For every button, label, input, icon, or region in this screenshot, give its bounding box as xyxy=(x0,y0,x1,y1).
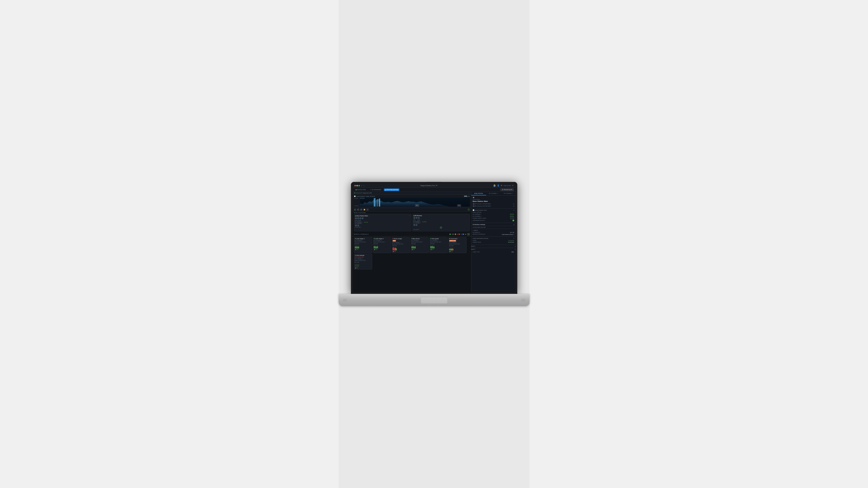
notification-icon[interactable]: 🔔12 xyxy=(494,185,496,187)
rf-ch1-icon: ⊣ xyxy=(473,203,474,205)
bs-backup-target-icon[interactable] xyxy=(413,226,469,229)
device-name-value: Base Station Main xyxy=(473,200,514,202)
terminal-max-drums[interactable]: Max drums RF CHANNEL 1 BASE STATION TEST… xyxy=(411,237,429,253)
ts1-battery: ⚡ 37% xyxy=(355,249,371,250)
mt-blue-dot xyxy=(463,234,464,235)
bs-main-rf: RF CHANNEL 1 RF CHANNEL 2 ACTIVE xyxy=(355,222,410,224)
nav-device-sync[interactable]: DEVICE SYNC xyxy=(354,189,367,191)
bs-backup-card[interactable]: BS Backup A D C 8/32 xyxy=(412,214,470,231)
device-sync-label: DEVICE SYNC xyxy=(357,189,366,190)
trackpad[interactable] xyxy=(421,297,447,303)
maximize-button[interactable] xyxy=(359,185,360,186)
bs-bk-ch-a: A xyxy=(413,217,415,219)
stop-button[interactable]: ⏸⏸ xyxy=(357,208,359,211)
target-inner xyxy=(440,227,441,228)
ts2-meters xyxy=(374,245,390,249)
bs-main-options[interactable]: ⋯ xyxy=(409,215,410,217)
minimize-button[interactable] xyxy=(356,185,358,186)
monitoring-chevron[interactable]: ∧ xyxy=(513,209,514,211)
max-battery: ⚡57% xyxy=(411,249,428,250)
hide-scan-label[interactable]: HIDE SCAN xyxy=(503,185,511,186)
john-bk-meter-svg xyxy=(355,263,368,267)
input-label: INPUT xyxy=(474,230,478,231)
add-transport-button[interactable]: + xyxy=(468,208,470,211)
laura-meter-svg xyxy=(449,247,463,251)
terminal-lead-singer-1[interactable]: Lead singer 1 RF CHANNEL 1 BASE STATION … xyxy=(354,237,372,253)
dante-state-row: STATE Connected xyxy=(473,240,514,241)
bs-backup-rf: RF CHANNEL 1 RF CHANNEL 2 ACTIVE xyxy=(413,221,469,224)
peak-badge: PEAK xyxy=(393,240,396,241)
rf2-status-badge: Active xyxy=(510,216,514,217)
close-button[interactable] xyxy=(354,185,356,186)
svg-rect-8 xyxy=(356,247,357,249)
mt-count-green: 115 xyxy=(452,234,454,235)
bs-backup-antennas: A C xyxy=(413,224,469,226)
dante-state-label: STATE xyxy=(473,240,476,241)
svg-rect-40 xyxy=(414,247,415,249)
svg-rect-52 xyxy=(434,247,435,249)
mt-add-button[interactable]: + xyxy=(467,233,470,235)
window-controls xyxy=(354,185,360,186)
terminal-john-backup[interactable]: John backup DISCONNECTED RF CHANNEL 1 BA… xyxy=(354,254,372,269)
db-high: -29 DBm xyxy=(354,198,359,199)
play-button[interactable]: ▶ xyxy=(354,208,356,211)
settings-icon[interactable]: ⚙ xyxy=(501,185,502,187)
jenny-signal-type: MIC/LINE xyxy=(393,245,409,247)
interface-chevron[interactable]: ∧ xyxy=(513,224,514,225)
svg-rect-60 xyxy=(452,249,453,251)
bs-options-icon[interactable]: ⋯ xyxy=(468,192,470,194)
rf-ch1-row: ⊣ RF Channel 1 (478.000 MHz) N xyxy=(473,203,514,205)
rf2-status-row: RF CHANNEL 2 Active xyxy=(473,216,514,217)
transport-bar: ▶ ⏸⏸ ⏭ ⏩ ↻ + xyxy=(353,208,471,212)
pause-scan-button[interactable]: ⏸ PAUSE SCAN xyxy=(500,188,514,191)
ts2-header: Lead singer 2 xyxy=(374,238,390,239)
input-header: ⊳ INPUT xyxy=(473,230,514,231)
madi2-chevron[interactable]: ∧ xyxy=(515,249,516,250)
mhz-unit: MHz xyxy=(467,196,470,197)
default-interface-value: Audio Network (Dante) ▾ xyxy=(502,234,514,235)
default-interface-label: DEFAULT INTERFACE xyxy=(473,234,485,235)
antenna-name: Antenna B | UHF xyxy=(363,192,372,194)
health-label: HARDWARE HEALTH xyxy=(473,220,485,221)
john-bk-info: RF CHANNEL 1 BASE STATION TEST xyxy=(355,258,371,261)
ts1-header: Lead singer 1 xyxy=(355,238,371,239)
system-top-bar: ✏ ⌂ Magical Mystery Tour 78' 🔔12 👤 ⚙ HID… xyxy=(353,184,516,188)
rf-ch2-row: ⊣ RF Channel 2 (702.000 MHz) N xyxy=(473,205,514,207)
tab-rf-channel-1[interactable]: RF CHANNEL 1 xyxy=(486,192,501,195)
tab-rf-channel-2[interactable]: RF CHANNEL 2 xyxy=(501,192,515,195)
terminal-laura-bass[interactable]: Laura bass SIGNAL LOSS RF CHANNEL 1 BASE… xyxy=(448,237,466,253)
john-g-header: John guitar xyxy=(430,238,447,239)
rf-ch1-indicator: N xyxy=(513,203,514,204)
home-icon[interactable]: ⌂ xyxy=(364,185,365,186)
fast-forward-button[interactable]: ⏩ xyxy=(363,208,366,211)
mt-section-label: MOBILE TERMINALS xyxy=(354,234,369,235)
user-icon[interactable]: 👤 xyxy=(497,185,499,187)
eye-icon[interactable]: 👁 xyxy=(512,185,514,186)
antenna-c: C xyxy=(357,225,359,226)
skip-button[interactable]: ⏭ xyxy=(360,208,363,211)
interface-settings-label: Interface settings xyxy=(474,224,485,225)
bk-antenna-c: C xyxy=(416,224,417,226)
john-bk-meters xyxy=(355,263,371,267)
spectrum-svg xyxy=(360,198,470,206)
dante-dropdown-icon[interactable]: ▾ xyxy=(514,234,514,235)
terminal-lead-singer-2[interactable]: Lead singer 2 RF CHANNEL 1 BASE STATION … xyxy=(373,237,391,253)
nav-mt-manager[interactable]: 📱 MT MANAGER xyxy=(369,189,382,191)
interface-settings-row[interactable]: ⊞ Interface settings ∧ xyxy=(471,223,516,226)
rf-ch1-freq: RF Channel 1 (478.000 MHz) xyxy=(475,203,491,204)
max-info: RF CHANNEL 1 BASE STATION TEST xyxy=(411,240,428,243)
max-signal-type: MIC/LINE xyxy=(411,243,428,245)
dante-chevron[interactable]: ∧ xyxy=(513,237,514,239)
ts2-battery: ⚡57% xyxy=(374,249,390,250)
terminal-john-guitar[interactable]: John guitar RF CHANNEL 1 BASE STATION TE… xyxy=(429,237,448,253)
nav-routing-editor[interactable]: ⊞ ROUTING EDITOR xyxy=(384,189,399,191)
loop-button[interactable]: ↻ xyxy=(366,208,369,211)
john-g-dot xyxy=(430,238,431,239)
dante-state-value: Connected xyxy=(508,240,514,241)
bs-backup-channels: A D C xyxy=(413,217,469,219)
routing-editor-button[interactable]: ⊞ ROUTING EDITOR xyxy=(471,226,516,229)
madi1-chevron[interactable]: ▾ xyxy=(515,245,516,247)
tab-base-station[interactable]: BASE STATION xyxy=(471,192,486,195)
base-station-main-card[interactable]: Base Station Main ⋯ A D C D xyxy=(354,214,411,231)
terminal-jenny-singer[interactable]: Jenny singer PEAK RF CHANNEL 1 BASE STAT… xyxy=(392,237,410,253)
